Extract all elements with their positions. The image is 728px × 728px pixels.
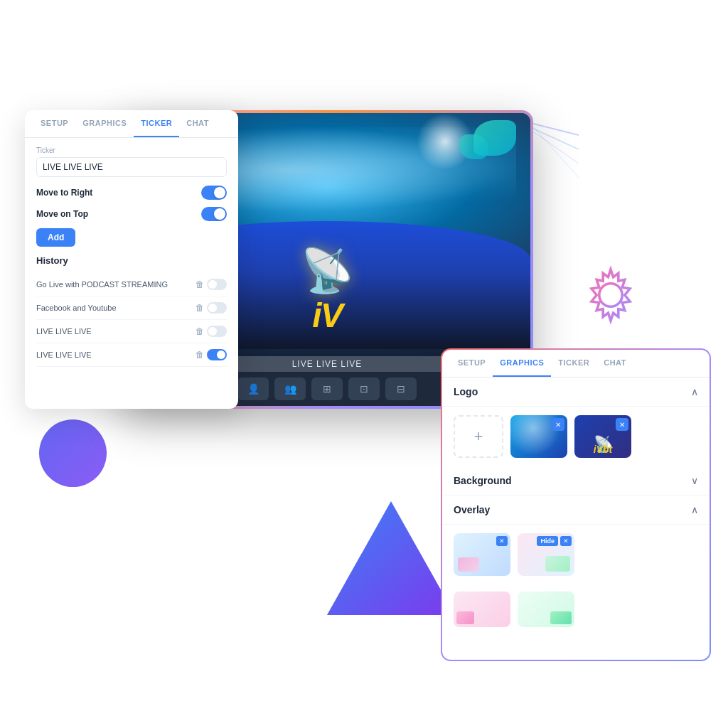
overlay-actions-1: ✕ — [496, 536, 508, 546]
history-item-3: LIVE LIVE LIVE 🗑 — [36, 343, 227, 367]
panel-tabs-ticker: SETUP GRAPHICS TICKER CHAT — [25, 110, 238, 138]
history-delete-0[interactable]: 🗑 — [196, 279, 204, 289]
overlay-actions-2: Hide ✕ — [537, 536, 572, 546]
background-section-title: Background — [454, 475, 512, 486]
history-actions-0: 🗑 — [196, 279, 227, 290]
layout-five-icon: ⊟ — [397, 383, 405, 395]
layout-six[interactable]: ⊡ — [348, 378, 380, 400]
move-on-top-label: Move on Top — [36, 209, 88, 219]
history-title: History — [36, 255, 227, 266]
history-toggle-3[interactable] — [207, 349, 227, 360]
logo-section-header: Logo ∧ — [442, 378, 710, 407]
tab-chat-ticker[interactable]: CHAT — [179, 110, 216, 137]
deco-triangle — [327, 501, 455, 618]
logo-add-button[interactable]: + — [454, 415, 503, 458]
history-item-2: LIVE LIVE LIVE 🗑 — [36, 320, 227, 343]
history-toggle-0[interactable] — [207, 279, 227, 290]
logo-delete-earth[interactable]: ✕ — [552, 418, 564, 431]
history-actions-2: 🗑 — [196, 326, 227, 337]
history-toggle-2[interactable] — [207, 326, 227, 337]
svg-point-4 — [599, 284, 622, 306]
tab-ticker-active[interactable]: TICKER — [134, 110, 179, 137]
overlay-section-title: Overlay — [454, 504, 490, 515]
logo-thumb-logo: 📡 iVbt ✕ — [574, 415, 631, 458]
overlay-thumb-1: ✕ — [454, 533, 510, 576]
history-delete-1[interactable]: 🗑 — [196, 303, 204, 313]
history-text-2: LIVE LIVE LIVE — [36, 327, 196, 336]
overlay-deco-1 — [458, 557, 479, 572]
logo-thumb-earth: ✕ — [510, 415, 567, 458]
history-item-0: Go Live with PODCAST STREAMING 🗑 — [36, 273, 227, 296]
layout-double-icon: 👥 — [284, 383, 296, 395]
tab-setup-graphics[interactable]: SETUP — [451, 350, 493, 377]
history-text-3: LIVE LIVE LIVE — [36, 350, 196, 359]
overlay-hide-2[interactable]: Hide — [537, 536, 558, 546]
broadcast-logo-text: iV — [312, 296, 341, 335]
move-to-right-toggle[interactable] — [201, 186, 227, 200]
tab-graphics-active[interactable]: GRAPHICS — [493, 350, 551, 377]
svg-marker-5 — [327, 501, 455, 615]
bottom-thumb-2 — [518, 592, 574, 627]
history-actions-1: 🗑 — [196, 302, 227, 314]
layout-single-icon: 👤 — [247, 383, 259, 395]
history-item-1: Facebook and Youtube 🗑 — [36, 296, 227, 320]
plus-icon: + — [474, 427, 483, 446]
history-text-1: Facebook and Youtube — [36, 304, 196, 312]
layout-five[interactable]: ⊟ — [385, 378, 417, 400]
move-to-right-label: Move to Right — [36, 188, 92, 198]
graphics-panel-border: SETUP GRAPHICS TICKER CHAT Logo ∧ + ✕ 📡 … — [441, 348, 711, 661]
tab-setup-ticker[interactable]: SETUP — [33, 110, 75, 137]
add-ticker-button[interactable]: Add — [36, 228, 75, 247]
overlay-deco-2 — [545, 556, 570, 572]
layout-six-icon: ⊡ — [360, 383, 368, 395]
bottom-thumb-1 — [454, 592, 510, 627]
overlay-delete-2[interactable]: ✕ — [560, 536, 572, 546]
tab-ticker-graphics[interactable]: TICKER — [551, 350, 596, 377]
history-text-0: Go Live with PODCAST STREAMING — [36, 280, 196, 289]
logo-grid: + ✕ 📡 iVbt ✕ — [442, 407, 710, 466]
history-toggle-1[interactable] — [207, 302, 227, 314]
layout-double[interactable]: 👥 — [274, 378, 306, 400]
history-delete-2[interactable]: 🗑 — [196, 326, 204, 336]
overlay-delete-1[interactable]: ✕ — [496, 536, 508, 546]
background-section-header: Background ∨ — [442, 466, 710, 496]
logo-chevron-icon[interactable]: ∧ — [691, 386, 698, 397]
overlay-thumb-2: Hide ✕ — [518, 533, 574, 576]
wifi-icon-large: 📡 — [301, 245, 354, 296]
background-chevron-icon[interactable]: ∨ — [691, 475, 698, 486]
ticker-field-label: Ticker — [36, 146, 227, 154]
tab-graphics-ticker[interactable]: GRAPHICS — [75, 110, 134, 137]
deco-teal-2 — [459, 134, 488, 159]
ticker-input[interactable] — [36, 157, 227, 177]
ticker-panel: SETUP GRAPHICS TICKER CHAT Ticker Move t… — [25, 110, 238, 409]
deco-circle-left — [39, 419, 107, 487]
logo-delete-logo[interactable]: ✕ — [616, 418, 628, 431]
ticker-panel-body: Ticker Move to Right Move on Top Add His… — [25, 138, 238, 405]
thumb-vbt-text: iVbt — [594, 444, 612, 455]
graphics-panel-inner: SETUP GRAPHICS TICKER CHAT Logo ∧ + ✕ 📡 … — [442, 350, 710, 660]
panel-tabs-graphics: SETUP GRAPHICS TICKER CHAT — [442, 350, 710, 378]
overlay-items: ✕ Hide ✕ — [442, 525, 710, 584]
bt1-deco — [456, 611, 474, 624]
move-to-right-row: Move to Right — [36, 186, 227, 200]
bottom-deco-area — [442, 584, 710, 634]
layout-single[interactable]: 👤 — [237, 378, 269, 400]
logo-section-title: Logo — [454, 386, 478, 397]
move-on-top-row: Move on Top — [36, 207, 227, 221]
history-actions-3: 🗑 — [196, 349, 227, 360]
move-on-top-toggle[interactable] — [201, 207, 227, 221]
overlay-chevron-icon[interactable]: ∧ — [691, 504, 698, 515]
gear-icon — [579, 263, 643, 327]
bt2-deco — [550, 611, 572, 624]
broadcast-logo: 📡 iV — [301, 245, 354, 335]
history-delete-3[interactable]: 🗑 — [196, 350, 204, 360]
tab-chat-graphics[interactable]: CHAT — [596, 350, 633, 377]
layout-quad[interactable]: ⊞ — [311, 378, 343, 400]
overlay-section-header: Overlay ∧ — [442, 496, 710, 525]
layout-quad-icon: ⊞ — [323, 383, 331, 395]
ticker-text: LIVE LIVE LIVE — [292, 359, 363, 369]
